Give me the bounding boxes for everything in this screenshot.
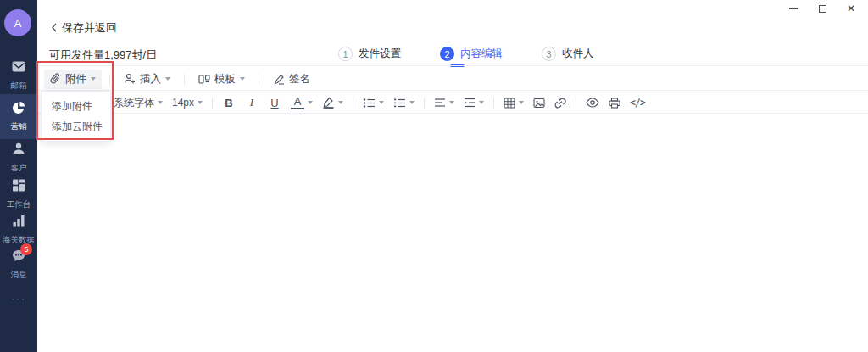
numbered-list-icon xyxy=(393,98,406,109)
font-size-select[interactable]: 14px xyxy=(172,97,203,109)
divider xyxy=(37,65,868,66)
back-button[interactable]: 保存并返回 xyxy=(51,20,117,36)
sidebar-item-customers[interactable]: 客户 xyxy=(0,142,37,174)
close-icon[interactable]: ✕ xyxy=(843,2,860,15)
signature-label: 签名 xyxy=(289,72,310,87)
align-left-icon xyxy=(434,98,446,108)
signature-button[interactable]: 签名 xyxy=(267,70,316,89)
italic-button[interactable]: I xyxy=(245,96,259,109)
print-button[interactable] xyxy=(609,98,620,109)
menu-item-add-cloud-attachment[interactable]: 添加云附件 xyxy=(42,116,110,137)
message-count-badge: 5 xyxy=(20,243,32,255)
person-add-icon xyxy=(124,73,136,85)
indent-icon xyxy=(464,98,476,108)
chevron-down-icon xyxy=(519,101,524,104)
send-quota-text: 可用发件量1,997封/日 xyxy=(49,47,157,63)
sidebar-item-label: 消息 xyxy=(1,269,36,280)
window-controls: ✕ xyxy=(785,2,860,15)
chevron-down-icon xyxy=(165,77,170,81)
font-color-letter: A xyxy=(291,96,304,109)
paperclip-icon xyxy=(50,73,61,85)
editor-canvas[interactable] xyxy=(37,114,868,352)
sidebar-item-customs-data[interactable]: 海关数据 xyxy=(0,214,37,246)
sidebar-item-mail[interactable]: 邮箱 xyxy=(0,59,37,92)
menu-item-add-attachment[interactable]: 添加附件 xyxy=(42,96,110,116)
step-send-settings[interactable]: 1 发件设置 xyxy=(338,47,401,61)
highlight-color-button[interactable] xyxy=(322,97,343,109)
sidebar-item-label: 邮箱 xyxy=(1,80,36,91)
step-content-edit[interactable]: 2 内容编辑 xyxy=(440,47,503,61)
template-icon xyxy=(198,74,210,85)
divider xyxy=(576,98,576,109)
table-icon xyxy=(504,98,515,109)
underline-button[interactable]: U xyxy=(268,97,281,109)
minimize-icon[interactable] xyxy=(785,2,802,15)
person-icon xyxy=(11,142,26,156)
chevron-down-icon xyxy=(158,101,163,104)
mail-icon xyxy=(11,59,26,74)
bullet-list-button[interactable] xyxy=(363,98,384,109)
attachment-dropdown-menu: 添加附件 添加云附件 xyxy=(41,91,111,142)
template-button[interactable]: 模板 xyxy=(192,70,251,89)
insert-button[interactable]: 插入 xyxy=(118,70,176,89)
divider xyxy=(109,74,110,85)
divider xyxy=(259,74,259,85)
preview-eye-button[interactable] xyxy=(586,98,599,108)
bold-button[interactable]: B xyxy=(222,97,236,109)
step-indicator: 1 发件设置 2 内容编辑 3 收件人 xyxy=(338,47,594,61)
divider xyxy=(353,98,353,109)
highlight-icon xyxy=(322,97,335,109)
step-number: 3 xyxy=(542,47,556,61)
template-label: 模板 xyxy=(214,72,236,87)
step-number: 1 xyxy=(338,47,353,61)
avatar[interactable]: A xyxy=(4,9,31,36)
chevron-down-icon xyxy=(91,77,96,81)
editor-action-toolbar: 附件 插入 模板 签名 xyxy=(44,70,316,88)
sidebar-item-workbench[interactable]: 工作台 xyxy=(0,178,37,210)
chat-icon: 5 xyxy=(11,249,26,263)
sidebar: A 邮箱 营销 客户 工作台 海关数据 5 消息 xyxy=(0,0,37,352)
signature-pen-icon xyxy=(273,74,285,85)
back-chevron-icon xyxy=(51,22,58,35)
chevron-down-icon xyxy=(338,101,343,104)
font-family-select[interactable]: 系统字体 xyxy=(114,96,163,110)
grid-icon xyxy=(11,178,26,193)
sidebar-more-button[interactable]: ··· xyxy=(0,293,37,305)
table-button[interactable] xyxy=(504,98,524,109)
sidebar-item-label: 客户 xyxy=(1,162,36,173)
font-size-value: 14px xyxy=(172,97,194,109)
chevron-down-icon xyxy=(449,101,454,104)
bullet-list-icon xyxy=(363,98,376,109)
step-label: 发件设置 xyxy=(359,47,401,61)
align-button[interactable] xyxy=(434,98,454,108)
chevron-down-icon xyxy=(198,101,203,104)
numbered-list-button[interactable] xyxy=(393,98,415,109)
bar-chart-icon xyxy=(11,214,26,228)
font-family-value: 系统字体 xyxy=(114,96,154,110)
sidebar-item-messages[interactable]: 5 消息 xyxy=(0,249,37,281)
code-view-button[interactable]: </> xyxy=(630,97,645,109)
insert-label: 插入 xyxy=(140,72,161,87)
sidebar-item-marketing[interactable]: 营销 xyxy=(0,94,37,139)
chevron-down-icon xyxy=(240,77,245,81)
font-color-button[interactable]: A xyxy=(291,96,313,109)
chevron-down-icon xyxy=(479,101,484,104)
attachment-button[interactable]: 附件 xyxy=(44,70,102,89)
pie-chart-icon xyxy=(11,100,26,115)
step-label: 收件人 xyxy=(562,47,594,61)
divider xyxy=(493,98,494,109)
chevron-down-icon xyxy=(379,101,384,104)
divider xyxy=(37,90,868,91)
chevron-down-icon xyxy=(308,101,313,104)
step-number: 2 xyxy=(440,47,454,61)
divider xyxy=(184,74,185,85)
indent-button[interactable] xyxy=(464,98,484,108)
sidebar-item-label: 海关数据 xyxy=(1,234,36,245)
maximize-icon[interactable] xyxy=(814,2,831,15)
attachment-label: 附件 xyxy=(65,72,86,87)
back-label: 保存并返回 xyxy=(62,20,117,36)
image-button[interactable] xyxy=(533,98,545,109)
link-button[interactable] xyxy=(554,98,566,109)
step-recipients[interactable]: 3 收件人 xyxy=(542,47,594,61)
sidebar-item-label: 工作台 xyxy=(1,198,36,210)
